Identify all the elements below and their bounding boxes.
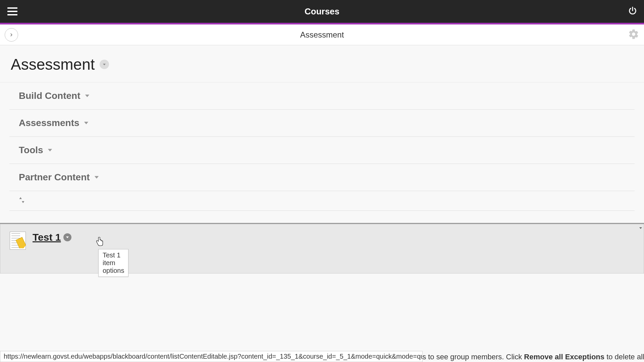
power-icon[interactable] <box>627 5 639 18</box>
svg-marker-7 <box>66 237 69 238</box>
svg-marker-3 <box>48 149 52 152</box>
sort-arrows-icon <box>19 199 25 205</box>
chevron-down-icon <box>85 93 90 99</box>
svg-marker-2 <box>84 122 88 124</box>
content-item-link[interactable]: Test 1 <box>33 232 61 243</box>
menu-item-label: Partner Content <box>19 172 90 183</box>
item-options-button[interactable] <box>63 233 71 241</box>
menu-tools[interactable]: Tools <box>9 137 635 164</box>
menu-partner-content[interactable]: Partner Content <box>9 164 635 191</box>
svg-marker-5 <box>19 197 22 199</box>
svg-marker-0 <box>103 64 106 65</box>
app-title: Courses <box>305 6 339 17</box>
svg-marker-6 <box>22 201 24 203</box>
page-title: Assessment <box>11 55 95 73</box>
menu-build-content[interactable]: Build Content <box>9 82 635 110</box>
test-icon <box>10 232 26 250</box>
svg-marker-8 <box>639 227 642 229</box>
gear-icon[interactable] <box>628 28 639 41</box>
menu-toggle-button[interactable] <box>5 5 19 17</box>
svg-marker-1 <box>85 95 89 97</box>
content-item: Test 1 Test 1 item options <box>0 224 644 274</box>
menu-item-label: Tools <box>19 145 43 156</box>
chevron-down-icon <box>84 120 89 126</box>
scroll-indicator-icon <box>639 225 643 231</box>
cursor-pointer-icon <box>96 236 104 248</box>
page-title-options-button[interactable] <box>100 60 109 69</box>
tooltip: Test 1 item options <box>98 249 128 277</box>
chevron-down-icon <box>94 174 99 180</box>
svg-marker-4 <box>94 176 99 179</box>
reorder-handle[interactable] <box>9 191 635 211</box>
expand-sidebar-button[interactable] <box>5 28 18 42</box>
status-bar-url: https://newlearn.govst.edu/webapps/black… <box>0 351 423 362</box>
menu-assessments[interactable]: Assessments <box>9 110 635 137</box>
breadcrumb-title: Assessment <box>300 30 344 40</box>
menu-item-label: Assessments <box>19 118 79 128</box>
menu-item-label: Build Content <box>19 90 80 101</box>
chevron-down-icon <box>47 147 53 153</box>
